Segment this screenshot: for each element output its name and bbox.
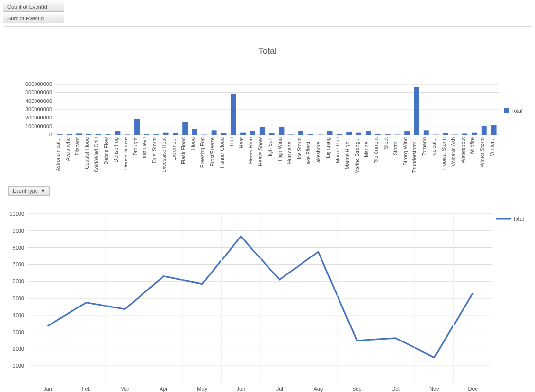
svg-text:Mar: Mar [120, 386, 129, 392]
svg-text:Winter Storm: Winter Storm [479, 137, 485, 168]
svg-text:May: May [197, 386, 207, 392]
svg-text:Coastal Flood: Coastal Flood [84, 137, 89, 169]
svg-text:Waterspout: Waterspout [460, 137, 466, 163]
svg-text:Marine Hail: Marine Hail [335, 137, 340, 163]
svg-rect-106 [504, 108, 509, 113]
svg-rect-18 [96, 134, 101, 135]
svg-text:Sep: Sep [352, 386, 362, 392]
svg-rect-35 [260, 127, 265, 135]
svg-rect-44 [346, 132, 352, 135]
svg-rect-25 [163, 133, 169, 135]
svg-text:Flood: Flood [190, 137, 196, 150]
svg-text:8000: 8000 [13, 245, 24, 251]
svg-text:Sleet: Sleet [383, 137, 389, 149]
svg-text:Funnel Cloud: Funnel Cloud [219, 137, 225, 168]
svg-text:Dust Devil: Dust Devil [142, 137, 147, 161]
svg-rect-14 [57, 134, 62, 135]
svg-text:Nov: Nov [429, 386, 439, 392]
svg-rect-26 [173, 133, 178, 135]
svg-rect-36 [269, 133, 275, 135]
svg-rect-37 [279, 127, 284, 135]
svg-text:Debris Flow: Debris Flow [103, 137, 109, 165]
svg-text:Strong Wind: Strong Wind [402, 137, 408, 166]
svg-text:Apr: Apr [160, 386, 168, 392]
svg-text:Ice Storm: Ice Storm [296, 137, 302, 159]
svg-rect-23 [144, 134, 149, 135]
svg-text:Jun: Jun [236, 386, 245, 392]
svg-text:7000: 7000 [13, 261, 24, 267]
sum-of-eventid-button[interactable]: Sum of EventId [3, 14, 64, 23]
svg-text:Oct: Oct [392, 386, 400, 392]
chart1-title: Total [4, 46, 531, 56]
count-of-eventid-button[interactable]: Count of EventId [3, 2, 64, 12]
svg-text:High Surf: High Surf [267, 137, 273, 159]
svg-rect-43 [337, 134, 342, 135]
svg-rect-52 [424, 130, 429, 135]
svg-text:Heavy Snow: Heavy Snow [257, 137, 263, 166]
svg-rect-17 [86, 134, 91, 135]
svg-text:Feb: Feb [82, 386, 91, 392]
svg-text:Hail: Hail [229, 137, 234, 146]
svg-text:Dense Smoke: Dense Smoke [123, 137, 128, 170]
svg-text:200000000: 200000000 [25, 115, 52, 120]
svg-text:300000000: 300000000 [25, 106, 52, 112]
svg-rect-15 [67, 134, 72, 135]
svg-text:Dust Storm: Dust Storm [151, 137, 157, 163]
button-label: Sum of EventId [7, 16, 44, 21]
svg-text:400000000: 400000000 [25, 98, 52, 104]
svg-rect-45 [356, 133, 361, 135]
svg-text:600000000: 600000000 [25, 81, 52, 87]
svg-rect-47 [375, 134, 381, 135]
svg-text:Frost/Freeze: Frost/Freeze [209, 137, 215, 167]
svg-rect-22 [134, 119, 140, 135]
svg-text:4000: 4000 [13, 312, 24, 318]
svg-rect-21 [125, 134, 130, 135]
svg-text:Wildfire: Wildfire [469, 137, 475, 154]
svg-rect-40 [308, 134, 313, 135]
svg-rect-56 [462, 133, 467, 135]
svg-rect-32 [231, 94, 236, 135]
svg-rect-38 [288, 134, 294, 135]
svg-rect-50 [404, 131, 410, 135]
svg-text:Rip Current: Rip Current [373, 137, 379, 164]
bar-chart-panel: Total 0100000000200000000300000000400000… [4, 26, 531, 200]
svg-text:500000000: 500000000 [25, 89, 52, 95]
svg-rect-51 [414, 87, 419, 135]
svg-text:Total: Total [511, 108, 522, 114]
button-label: Count of EventId [7, 4, 47, 10]
svg-text:6000: 6000 [13, 278, 24, 284]
svg-text:10000: 10000 [9, 211, 24, 217]
svg-text:Dense Fog: Dense Fog [113, 137, 119, 163]
eventtype-filter-button[interactable]: EventType ▼ [8, 186, 50, 196]
svg-text:Jul: Jul [276, 386, 283, 392]
svg-text:Heat: Heat [238, 137, 244, 148]
svg-text:Freezing Fog: Freezing Fog [199, 137, 205, 168]
svg-text:0: 0 [49, 132, 52, 137]
svg-text:Heavy Rain: Heavy Rain [248, 137, 253, 164]
svg-rect-33 [240, 133, 246, 135]
svg-text:Marine...: Marine... [363, 137, 369, 157]
svg-text:Avalanche: Avalanche [65, 137, 71, 161]
svg-text:Hurricane...: Hurricane... [286, 137, 292, 164]
svg-rect-57 [472, 133, 477, 135]
svg-rect-59 [491, 125, 497, 135]
svg-text:Flash Flood: Flash Flood [180, 137, 186, 164]
svg-text:Thunderstorm...: Thunderstorm... [411, 137, 417, 173]
svg-rect-16 [76, 133, 82, 135]
svg-text:9000: 9000 [13, 228, 24, 234]
line-chart: 1000200030004000500060007000800090001000… [4, 209, 531, 392]
svg-rect-42 [327, 131, 333, 135]
svg-rect-48 [385, 134, 391, 135]
svg-text:5000: 5000 [13, 295, 24, 301]
dropdown-arrow-icon: ▼ [41, 188, 45, 193]
svg-rect-31 [221, 133, 227, 135]
svg-text:100000000: 100000000 [25, 123, 52, 129]
svg-text:Lake-Effect...: Lake-Effect... [305, 137, 311, 168]
svg-rect-27 [182, 122, 188, 135]
svg-text:Winter...: Winter... [489, 137, 495, 156]
svg-text:Tropical...: Tropical... [431, 137, 437, 160]
svg-text:Jan: Jan [43, 386, 52, 392]
svg-rect-58 [482, 126, 487, 135]
svg-text:Marine Strong...: Marine Strong... [354, 137, 360, 174]
svg-text:Marine High...: Marine High... [344, 137, 350, 169]
